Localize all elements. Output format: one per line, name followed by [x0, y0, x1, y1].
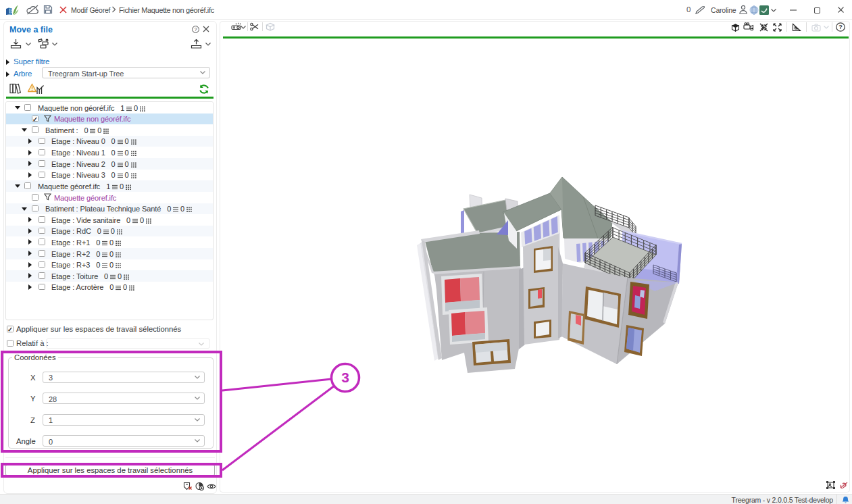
svg-text:3: 3	[341, 370, 349, 385]
